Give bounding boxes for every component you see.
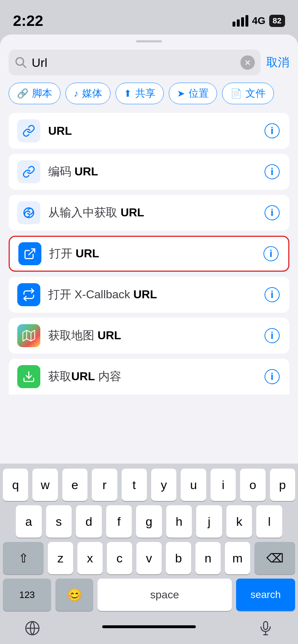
chip-label-media: 媒体 bbox=[82, 87, 102, 100]
key-f[interactable]: f bbox=[106, 505, 132, 538]
result-item-get-url[interactable]: 从输入中获取 URL i bbox=[9, 195, 289, 231]
signal-icon bbox=[232, 15, 248, 27]
result-label-get-url: 从输入中获取 URL bbox=[48, 205, 263, 221]
chip-media[interactable]: ♪ 媒体 bbox=[66, 83, 110, 104]
svg-line-1 bbox=[23, 64, 26, 67]
open-url-icon bbox=[18, 242, 41, 265]
map-url-icon bbox=[17, 324, 40, 347]
result-label-encode-url: 编码 URL bbox=[48, 164, 263, 180]
search-icon bbox=[14, 56, 27, 69]
key-j[interactable]: j bbox=[196, 505, 222, 538]
keyboard-row-1: q w e r t y u i o p bbox=[3, 469, 295, 501]
result-item-url[interactable]: URL i bbox=[9, 113, 289, 149]
chip-file[interactable]: 📄 文件 bbox=[222, 83, 274, 104]
key-n[interactable]: n bbox=[195, 542, 221, 574]
keyboard-row-4: 123 😊 space search bbox=[3, 579, 295, 611]
battery-indicator: 82 bbox=[269, 15, 285, 27]
filter-chips: 🔗 脚本 ♪ 媒体 ⬆ 共享 ➤ 位置 📄 文件 bbox=[0, 83, 298, 104]
result-label-url-content: 获取URL 内容 bbox=[48, 369, 263, 385]
svg-rect-9 bbox=[264, 622, 268, 630]
media-icon: ♪ bbox=[74, 88, 78, 99]
key-b[interactable]: b bbox=[166, 542, 191, 574]
result-list: URL i 编码 URL i bbox=[0, 113, 298, 395]
key-h[interactable]: h bbox=[166, 505, 192, 538]
key-g[interactable]: g bbox=[136, 505, 162, 538]
microphone-icon[interactable] bbox=[255, 617, 276, 639]
chip-share[interactable]: ⬆ 共享 bbox=[116, 83, 164, 104]
search-bar-container: 取消 bbox=[0, 50, 298, 75]
key-i[interactable]: i bbox=[211, 469, 236, 501]
url-icon bbox=[17, 119, 40, 142]
result-item-open-url[interactable]: 打开 URL i bbox=[9, 236, 289, 272]
chip-label-share: 共享 bbox=[135, 87, 155, 100]
chip-label-location: 位置 bbox=[189, 87, 209, 100]
result-item-url-content[interactable]: 获取URL 内容 i bbox=[9, 359, 289, 395]
keyboard-row-3: ⇧ z x c v b n m ⌫ bbox=[3, 542, 295, 574]
xcallback-icon bbox=[17, 283, 40, 306]
encode-url-icon bbox=[17, 160, 40, 183]
info-button-xcallback[interactable]: i bbox=[263, 286, 281, 303]
script-icon: 🔗 bbox=[17, 88, 28, 99]
key-r[interactable]: r bbox=[92, 469, 117, 501]
info-button-encode-url[interactable]: i bbox=[263, 163, 281, 180]
info-button-url-content[interactable]: i bbox=[263, 368, 281, 385]
get-url-icon bbox=[17, 201, 40, 224]
space-key[interactable]: space bbox=[98, 579, 232, 611]
search-input-wrapper bbox=[9, 50, 261, 75]
key-l[interactable]: l bbox=[256, 505, 282, 538]
key-w[interactable]: w bbox=[32, 469, 58, 501]
key-o[interactable]: o bbox=[240, 469, 265, 501]
key-a[interactable]: a bbox=[16, 505, 42, 538]
clear-button[interactable] bbox=[240, 55, 255, 70]
cancel-button[interactable]: 取消 bbox=[266, 55, 289, 70]
backspace-key[interactable]: ⌫ bbox=[254, 542, 295, 574]
network-type: 4G bbox=[252, 15, 265, 27]
search-key[interactable]: search bbox=[236, 579, 295, 611]
share-icon: ⬆ bbox=[124, 88, 132, 99]
result-item-xcallback[interactable]: 打开 X-Callback URL i bbox=[9, 277, 289, 313]
result-label-open-url: 打开 URL bbox=[49, 246, 262, 262]
result-item-encode-url[interactable]: 编码 URL i bbox=[9, 154, 289, 190]
home-indicator bbox=[102, 625, 196, 628]
key-z[interactable]: z bbox=[48, 542, 73, 574]
chip-label-script: 脚本 bbox=[32, 87, 52, 100]
result-label-url: URL bbox=[48, 124, 263, 138]
file-icon: 📄 bbox=[230, 88, 242, 99]
keyboard: q w e r t y u i o p a s d f g h j k l ⇧ … bbox=[0, 464, 298, 644]
handle-bar bbox=[136, 40, 162, 42]
key-s[interactable]: s bbox=[46, 505, 72, 538]
location-icon: ➤ bbox=[177, 88, 185, 99]
status-time: 2:22 bbox=[13, 12, 43, 29]
key-k[interactable]: k bbox=[226, 505, 252, 538]
key-u[interactable]: u bbox=[181, 469, 206, 501]
search-input[interactable] bbox=[32, 56, 240, 70]
chip-label-file: 文件 bbox=[245, 87, 266, 100]
svg-marker-4 bbox=[23, 330, 35, 341]
chip-location[interactable]: ➤ 位置 bbox=[169, 83, 217, 104]
key-v[interactable]: v bbox=[136, 542, 162, 574]
shift-key[interactable]: ⇧ bbox=[3, 542, 44, 574]
info-button-map-url[interactable]: i bbox=[263, 327, 281, 344]
globe-icon[interactable] bbox=[22, 617, 43, 639]
key-p[interactable]: p bbox=[270, 469, 295, 501]
key-t[interactable]: t bbox=[122, 469, 147, 501]
svg-line-3 bbox=[29, 249, 35, 255]
key-c[interactable]: c bbox=[107, 542, 132, 574]
key-e[interactable]: e bbox=[62, 469, 87, 501]
key-d[interactable]: d bbox=[76, 505, 102, 538]
result-label-xcallback: 打开 X-Callback URL bbox=[48, 287, 263, 303]
info-button-open-url[interactable]: i bbox=[262, 245, 280, 262]
key-x[interactable]: x bbox=[77, 542, 103, 574]
url-content-icon bbox=[17, 365, 40, 388]
emoji-key[interactable]: 😊 bbox=[55, 579, 93, 611]
info-button-get-url[interactable]: i bbox=[263, 204, 281, 221]
result-label-map-url: 获取地图 URL bbox=[48, 328, 263, 344]
key-q[interactable]: q bbox=[3, 469, 28, 501]
info-button-url[interactable]: i bbox=[263, 122, 281, 139]
key-m[interactable]: m bbox=[225, 542, 250, 574]
status-icons: 4G 82 bbox=[232, 15, 285, 27]
chip-script[interactable]: 🔗 脚本 bbox=[9, 83, 60, 104]
num-key[interactable]: 123 bbox=[3, 579, 51, 611]
key-y[interactable]: y bbox=[151, 469, 176, 501]
result-item-map-url[interactable]: 获取地图 URL i bbox=[9, 318, 289, 354]
